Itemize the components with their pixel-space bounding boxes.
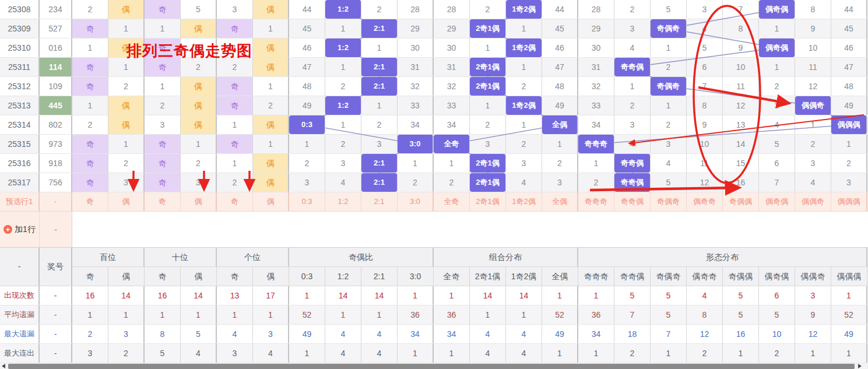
trend-cell: 8	[687, 96, 723, 115]
preselect-cell[interactable]: 偶	[108, 192, 145, 211]
trend-cell: 奇	[145, 38, 181, 57]
trend-cell: 奇	[72, 173, 108, 192]
stats-value-cell: 4	[470, 325, 506, 343]
trend-cell: 4	[651, 154, 687, 173]
preselect-cell[interactable]: 偶奇偶	[759, 192, 795, 211]
horizontal-scrollbar[interactable]	[0, 363, 868, 369]
preselect-cell[interactable]: 1奇2偶	[506, 192, 542, 211]
trend-row: 25316918奇2奇21偶232:1112奇1偶321奇奇偶41115632	[0, 154, 868, 173]
add-row-button[interactable]: + 加1行	[0, 212, 40, 247]
trend-cell: 1	[72, 96, 108, 115]
trend-cell: 16	[723, 173, 759, 192]
preselect-cell[interactable]: 2奇1偶	[470, 192, 506, 211]
stats-sub-header: 2奇1偶	[470, 267, 506, 286]
trend-cell: 2:1	[361, 77, 398, 96]
trend-cell: 3:0	[398, 135, 434, 153]
preselect-cell[interactable]: 全偶	[542, 192, 578, 211]
stats-value-cell: 5	[651, 305, 687, 324]
stats-value-cell: 49	[542, 325, 578, 343]
stats-value-cell: 1	[398, 344, 434, 363]
preselect-cell[interactable]: 1:2	[325, 192, 361, 211]
trend-cell: 偶	[253, 58, 289, 76]
add-row-empty-area	[72, 212, 868, 247]
scroll-left-arrow-icon[interactable]	[2, 364, 5, 368]
trend-cell: 全偶	[542, 115, 578, 134]
issue-number-cell: 25317	[0, 173, 40, 192]
trend-cell: 2	[398, 173, 434, 192]
preselect-cell[interactable]: 奇奇偶	[614, 192, 651, 211]
trend-cell: 2:1	[361, 154, 398, 173]
stats-value-cell: 10	[759, 325, 795, 343]
preselect-cell[interactable]: 奇	[72, 192, 108, 211]
trend-cell: 2	[108, 154, 145, 173]
stats-value-cell: 14	[325, 286, 361, 305]
draw-number-cell: 114	[40, 58, 72, 76]
stats-sub-header: 偶奇偶	[759, 267, 795, 286]
preselect-cell[interactable]: 偶偶偶	[831, 192, 867, 211]
trend-cell: 2	[145, 96, 181, 115]
preselect-cell[interactable]: 奇	[145, 192, 181, 211]
trend-cell: 31	[398, 58, 434, 76]
preselect-cell[interactable]: 3:0	[398, 192, 434, 211]
preselect-cell[interactable]: 奇偶偶	[723, 192, 759, 211]
stats-group-header: 形态分布	[578, 248, 867, 266]
preselect-cell[interactable]: 偶	[181, 192, 217, 211]
trend-cell: 1	[253, 77, 289, 96]
stats-value-cell: 12	[795, 325, 831, 343]
trend-cell: 1	[470, 96, 506, 115]
preselect-cell[interactable]: 奇偶奇	[651, 192, 687, 211]
trend-cell: 1	[795, 115, 831, 134]
trend-cell: 奇	[72, 58, 108, 76]
trend-cell: 46	[289, 38, 325, 57]
trend-cell: 1	[506, 19, 542, 38]
preselect-cell[interactable]: 奇奇奇	[578, 192, 614, 211]
preselect-cell[interactable]: 偶	[253, 192, 289, 211]
stats-value-cell: 49	[831, 325, 867, 343]
trend-cell: 偶	[253, 154, 289, 173]
preselect-cell[interactable]: 全奇	[434, 192, 470, 211]
trend-cell: 1	[217, 38, 253, 57]
stats-value-cell: 34	[434, 325, 470, 343]
trend-cell: 3	[759, 96, 795, 115]
trend-cell: 奇	[72, 135, 108, 153]
trend-cell: 3	[108, 173, 145, 192]
trend-cell: 11	[687, 154, 723, 173]
draw-number-cell: 016	[40, 38, 72, 57]
trend-cell: 3	[506, 154, 542, 173]
trend-cell: 奇	[217, 77, 253, 96]
trend-cell: 1	[145, 77, 181, 96]
trend-cell: 1	[434, 154, 470, 173]
scrollbar-thumb[interactable]	[8, 364, 855, 369]
trend-row: 253134451偶2偶奇2491:21333311奇2偶4933218123偶…	[0, 96, 868, 115]
stats-value-cell: 6	[759, 286, 795, 305]
trend-cell: 1	[217, 154, 253, 173]
preselect-cell[interactable]: 偶偶奇	[795, 192, 831, 211]
stats-sub-header: 1奇2偶	[506, 267, 542, 286]
preselect-cell[interactable]: 0:3	[289, 192, 325, 211]
trend-cell: 30	[398, 38, 434, 57]
preselect-cell[interactable]: 2:1	[361, 192, 398, 211]
trend-cell: 2	[253, 96, 289, 115]
trend-cell: 5	[759, 135, 795, 153]
stats-value-cell: 1	[434, 344, 470, 363]
stats-sub-header: 偶	[253, 267, 289, 286]
stats-group-header: 百位	[72, 248, 145, 266]
issue-number-cell: 25308	[0, 0, 40, 19]
trend-cell: 2	[325, 77, 361, 96]
trend-cell: 10	[723, 58, 759, 76]
draw-number-cell: 756	[40, 173, 72, 192]
preselect-cell[interactable]: 奇	[217, 192, 253, 211]
preselect-cell[interactable]: 偶奇奇	[687, 192, 723, 211]
trend-cell: 4	[687, 19, 723, 38]
trend-cell: 2	[831, 154, 867, 173]
trend-cell: 1	[542, 135, 578, 153]
stats-value-cell: 4	[181, 344, 217, 363]
trend-cell: 13	[723, 115, 759, 134]
trend-cell: 3	[289, 173, 325, 192]
trend-cell: 6	[687, 58, 723, 76]
stats-header-right: 百位十位个位奇偶比组合分布形态分布 奇偶奇偶奇偶0:31:22:13:0全奇2奇…	[72, 248, 868, 286]
trend-cell: 11	[723, 77, 759, 96]
scroll-right-arrow-icon[interactable]	[858, 364, 862, 368]
trend-row: 253082342偶奇53偶441:22282821奇2偶44282537偶奇偶…	[0, 0, 868, 19]
stats-value-cell: 7	[614, 305, 651, 324]
